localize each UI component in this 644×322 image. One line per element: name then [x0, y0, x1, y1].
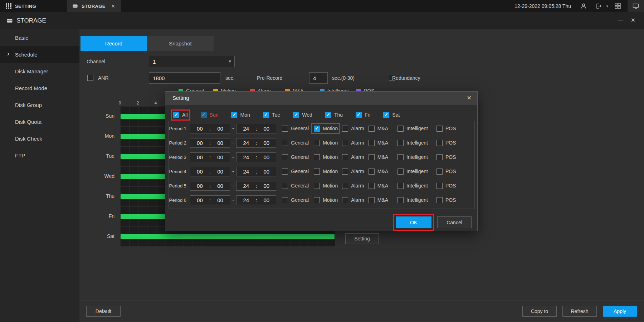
copy-to-button[interactable]: Copy to [522, 306, 557, 317]
motion-checkbox[interactable] [314, 197, 320, 203]
general-checkbox[interactable] [282, 183, 288, 189]
logout-button[interactable] [595, 3, 602, 10]
intelligent-checkbox[interactable] [397, 140, 404, 146]
general-checkbox[interactable] [282, 140, 288, 146]
motion-checkbox[interactable] [314, 140, 320, 146]
ma-checkbox[interactable] [369, 140, 375, 146]
sidebar-item-record-mode[interactable]: Record Mode [0, 80, 79, 97]
motion-checkbox[interactable] [314, 126, 320, 132]
sun-checkbox[interactable] [201, 112, 207, 118]
start-time-input[interactable]: 00:00 [190, 152, 230, 162]
alarm-checkbox[interactable] [342, 140, 348, 146]
sat-checkbox[interactable] [383, 112, 389, 118]
thu-checkbox[interactable] [325, 112, 331, 118]
general-checkbox[interactable] [282, 169, 288, 175]
general-checkbox[interactable] [282, 197, 288, 203]
pos-checkbox[interactable] [436, 126, 443, 132]
ma-checkbox[interactable] [369, 183, 375, 189]
apply-button[interactable]: Apply [603, 306, 637, 317]
end-time-input[interactable]: 24:00 [236, 195, 276, 205]
motion-checkbox[interactable] [314, 183, 320, 189]
wed-checkbox[interactable] [293, 112, 299, 118]
alarm-group: Alarm [342, 197, 364, 203]
prerecord-input[interactable]: 4 [309, 72, 328, 84]
ma-checkbox[interactable] [369, 154, 375, 160]
dialog-close-icon[interactable]: ✕ [467, 94, 472, 101]
pos-checkbox[interactable] [436, 140, 443, 146]
tue-checkbox[interactable] [263, 112, 269, 118]
storage-tab-close-icon[interactable]: ✕ [111, 4, 115, 9]
refresh-button[interactable]: Refresh [562, 306, 597, 317]
logout-caret-icon[interactable]: ▾ [606, 4, 608, 9]
storage-settings-app: SETTING STORAGE ✕ 12-29-2022 09:05:28 Th… [0, 0, 644, 322]
general-group: General [282, 169, 309, 175]
storage-tab[interactable]: STORAGE ✕ [66, 0, 121, 12]
intelligent-checkbox[interactable] [397, 126, 404, 132]
fri-checkbox[interactable] [356, 112, 362, 118]
sidebar-item-disk-manager[interactable]: Disk Manager [0, 63, 79, 80]
cancel-button[interactable]: Cancel [437, 216, 472, 228]
end-time-input[interactable]: 24:00 [236, 167, 276, 176]
pos-checkbox[interactable] [436, 154, 443, 160]
start-time-input[interactable]: 00:00 [190, 124, 230, 133]
intelligent-checkbox[interactable] [397, 197, 404, 203]
dialog-title: Setting [172, 95, 189, 101]
intelligent-group: Intelligent [397, 140, 428, 146]
start-time-input[interactable]: 00:00 [190, 181, 230, 191]
ok-button[interactable]: OK [396, 216, 431, 228]
motion-checkbox[interactable] [314, 154, 320, 160]
datetime: 12-29-2022 09:05:28 Thu [514, 3, 571, 9]
motion-checkbox[interactable] [314, 169, 320, 175]
alarm-checkbox[interactable] [342, 154, 348, 160]
weekday-group-tue: Tue [263, 112, 280, 118]
alarm-checkbox[interactable] [342, 169, 348, 175]
general-checkbox[interactable] [282, 126, 288, 132]
default-button[interactable]: Default [86, 306, 121, 317]
start-time-input[interactable]: 00:00 [190, 138, 230, 148]
end-time-input[interactable]: 24:00 [236, 124, 276, 133]
period-row-4: Period 4 00:00 - 24:00 General Motion [169, 164, 474, 179]
all-checkbox[interactable] [173, 112, 179, 118]
sidebar-item-disk-group[interactable]: Disk Group [0, 97, 79, 113]
ma-checkbox[interactable] [369, 169, 375, 175]
start-time-input[interactable]: 00:00 [190, 167, 230, 176]
general-group: General [282, 183, 309, 189]
end-time-input[interactable]: 24:00 [236, 181, 276, 191]
minimize-button[interactable]: — [618, 16, 623, 23]
intelligent-checkbox[interactable] [397, 169, 404, 175]
tab-snapshot[interactable]: Snapshot [147, 36, 214, 51]
intelligent-checkbox[interactable] [397, 183, 404, 189]
sidebar-item-basic[interactable]: Basic [0, 29, 79, 46]
schedule-setting-button[interactable]: Setting [345, 233, 379, 244]
user-button[interactable] [580, 3, 587, 10]
alarm-checkbox[interactable] [342, 183, 348, 189]
time-tick: 0 [116, 101, 123, 106]
tab-record[interactable]: Record [80, 36, 147, 51]
end-time-input[interactable]: 24:00 [236, 138, 276, 148]
close-button[interactable]: ✕ [631, 17, 635, 24]
sidebar-item-disk-quota[interactable]: Disk Quota [0, 113, 79, 130]
alarm-checkbox[interactable] [342, 197, 348, 203]
anr-input[interactable]: 1800 [149, 72, 220, 84]
ma-checkbox[interactable] [369, 197, 375, 203]
ma-checkbox[interactable] [369, 126, 375, 132]
pos-checkbox[interactable] [436, 183, 443, 189]
display-button[interactable] [628, 0, 644, 12]
layout-button[interactable] [615, 3, 622, 10]
alarm-checkbox[interactable] [342, 126, 348, 132]
motion-group: Motion [314, 197, 338, 203]
sidebar-item-schedule[interactable]: › Schedule [0, 46, 79, 63]
dialog-titlebar: Setting ✕ [165, 92, 477, 105]
end-time-input[interactable]: 24:00 [236, 152, 276, 162]
intelligent-checkbox[interactable] [397, 154, 404, 160]
start-time-input[interactable]: 00:00 [190, 195, 230, 205]
sidebar-item-disk-check[interactable]: Disk Check [0, 130, 79, 147]
pos-checkbox[interactable] [436, 197, 443, 203]
channel-select[interactable]: 1 ▾ [149, 56, 235, 67]
pos-checkbox[interactable] [436, 169, 443, 175]
mon-checkbox[interactable] [231, 112, 237, 118]
sidebar-item-ftp[interactable]: FTP [0, 147, 79, 164]
anr-checkbox[interactable] [87, 75, 93, 81]
general-checkbox[interactable] [282, 154, 288, 160]
setting-tab[interactable]: SETTING [0, 0, 66, 12]
